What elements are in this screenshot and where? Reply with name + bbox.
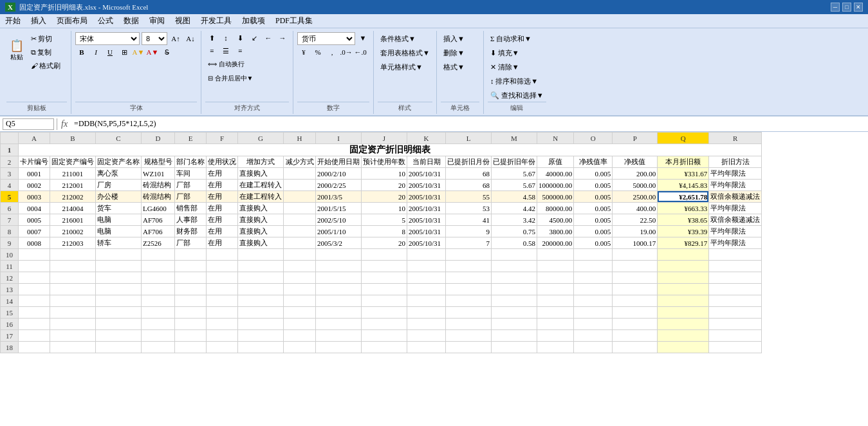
cell-O7[interactable]: 0.005 xyxy=(574,214,613,226)
menu-insert[interactable]: 插入 xyxy=(26,14,51,28)
col-header-B[interactable]: B xyxy=(50,133,96,144)
col-header-D[interactable]: D xyxy=(142,133,175,144)
cell-F8[interactable]: 在用 xyxy=(207,226,238,237)
cell-B4[interactable]: 212001 xyxy=(50,180,96,191)
cell-K8[interactable]: 2005/10/31 xyxy=(407,226,446,237)
cell-R6[interactable]: 平均年限法 xyxy=(709,203,762,214)
italic-button[interactable]: I xyxy=(89,46,102,58)
cell-L9[interactable]: 7 xyxy=(446,237,492,249)
cell-N5[interactable]: 500000.00 xyxy=(537,191,574,203)
font-color-button[interactable]: A▼ xyxy=(146,46,159,58)
cell-B3[interactable]: 211001 xyxy=(50,168,96,180)
formula-input[interactable] xyxy=(71,118,865,130)
indent-decrease-button[interactable]: ← xyxy=(262,32,275,44)
delete-cells-button[interactable]: 删除▼ xyxy=(441,46,479,59)
row-header-17[interactable]: 17 xyxy=(1,330,19,342)
row-header-2[interactable]: 2 xyxy=(1,156,19,168)
header-O[interactable]: 净残值率 xyxy=(574,156,613,168)
cell-O8[interactable]: 0.005 xyxy=(574,226,613,237)
number-format-expand[interactable]: ▼ xyxy=(356,32,369,44)
row-header-12[interactable]: 12 xyxy=(1,272,19,284)
wrap-text-button[interactable]: ⟺ 自动换行 xyxy=(205,58,247,71)
cell-M4[interactable]: 5.67 xyxy=(492,180,537,191)
cell-P6[interactable]: 400.00 xyxy=(613,203,658,214)
cut-button[interactable]: ✂ 剪切 xyxy=(28,32,67,45)
cell-G4[interactable]: 在建工程转入 xyxy=(238,180,284,191)
cell-K7[interactable]: 2005/10/31 xyxy=(407,214,446,226)
col-header-E[interactable]: E xyxy=(175,133,207,144)
header-D[interactable]: 规格型号 xyxy=(142,156,175,168)
cell-I8[interactable]: 2005/1/10 xyxy=(316,226,362,237)
row-header-13[interactable]: 13 xyxy=(1,284,19,295)
cell-H6[interactable] xyxy=(284,203,316,214)
cell-G6[interactable]: 直接购入 xyxy=(238,203,284,214)
accounting-button[interactable]: ¥ xyxy=(297,46,310,58)
increase-decimal-button[interactable]: .0→ xyxy=(340,46,353,58)
col-header-A[interactable]: A xyxy=(19,133,50,144)
cell-E7[interactable]: 人事部 xyxy=(175,214,207,226)
cell-M9[interactable]: 0.58 xyxy=(492,237,537,249)
menu-addins[interactable]: 加载项 xyxy=(237,14,270,28)
col-header-J[interactable]: J xyxy=(362,133,407,144)
header-P[interactable]: 净残值 xyxy=(613,156,658,168)
header-I[interactable]: 开始使用日期 xyxy=(316,156,362,168)
col-header-I[interactable]: I xyxy=(316,133,362,144)
cell-D7[interactable]: AF706 xyxy=(142,214,175,226)
cell-C5[interactable]: 办公楼 xyxy=(96,191,142,203)
cell-K5[interactable]: 2005/10/31 xyxy=(407,191,446,203)
cell-E5[interactable]: 厂部 xyxy=(175,191,207,203)
align-center-button[interactable]: ☰ xyxy=(219,45,232,57)
cell-L5[interactable]: 55 xyxy=(446,191,492,203)
close-button[interactable]: ✕ xyxy=(854,3,863,12)
header-G[interactable]: 增加方式 xyxy=(238,156,284,168)
row-header-6[interactable]: 6 xyxy=(1,203,19,214)
header-R[interactable]: 折旧方法 xyxy=(709,156,762,168)
cell-A7[interactable]: 0005 xyxy=(19,214,50,226)
cell-Q4[interactable]: ¥4,145.83 xyxy=(658,180,709,191)
menu-home[interactable]: 开始 xyxy=(0,14,26,28)
cell-B7[interactable]: 216001 xyxy=(50,214,96,226)
cell-H4[interactable] xyxy=(284,180,316,191)
decrease-decimal-button[interactable]: ←.0 xyxy=(354,46,367,58)
cell-I9[interactable]: 2005/3/2 xyxy=(316,237,362,249)
fill-button[interactable]: ⬇ 填充▼ xyxy=(488,46,526,59)
cell-Q7[interactable]: ¥38.65 xyxy=(658,214,709,226)
cell-A5[interactable]: 0003 xyxy=(19,191,50,203)
title-cell[interactable]: 固定资产折旧明细表 xyxy=(19,144,762,156)
cell-F5[interactable]: 在用 xyxy=(207,191,238,203)
menu-data[interactable]: 数据 xyxy=(118,14,144,28)
cell-reference-box[interactable] xyxy=(3,118,54,130)
indent-increase-button[interactable]: → xyxy=(276,32,289,44)
row-header-8[interactable]: 8 xyxy=(1,226,19,237)
cell-E4[interactable]: 厂部 xyxy=(175,180,207,191)
align-top-button[interactable]: ⬆ xyxy=(205,32,218,44)
underline-button[interactable]: U xyxy=(104,46,116,58)
cell-N7[interactable]: 4500.00 xyxy=(537,214,574,226)
header-K[interactable]: 当前日期 xyxy=(407,156,446,168)
sort-filter-button[interactable]: ↕ 排序和筛选▼ xyxy=(488,75,540,88)
cell-H9[interactable] xyxy=(284,237,316,249)
cell-K9[interactable]: 2005/10/31 xyxy=(407,237,446,249)
row-header-9[interactable]: 9 xyxy=(1,237,19,249)
row-header-11[interactable]: 11 xyxy=(1,261,19,272)
cell-P3[interactable]: 200.00 xyxy=(613,168,658,180)
autosum-button[interactable]: Σ 自动求和▼ xyxy=(488,32,534,45)
table-format-button[interactable]: 套用表格格式▼ xyxy=(378,46,432,59)
menu-developer[interactable]: 开发工具 xyxy=(196,14,237,28)
cell-N8[interactable]: 3800.00 xyxy=(537,226,574,237)
cell-C8[interactable]: 电脑 xyxy=(96,226,142,237)
header-F[interactable]: 使用状况 xyxy=(207,156,238,168)
insert-cells-button[interactable]: 插入▼ xyxy=(441,32,479,45)
col-header-P[interactable]: P xyxy=(613,133,658,144)
col-header-G[interactable]: G xyxy=(238,133,284,144)
header-L[interactable]: 已提折旧月份 xyxy=(446,156,492,168)
align-middle-button[interactable]: ↕ xyxy=(219,32,232,44)
row-header-16[interactable]: 16 xyxy=(1,319,19,330)
cell-L6[interactable]: 53 xyxy=(446,203,492,214)
sheet-grid[interactable]: A B C D E F G H I J K L M N O P Q xyxy=(0,132,868,426)
merge-center-button[interactable]: ⊟ 合并后居中▼ xyxy=(205,72,255,85)
cell-E9[interactable]: 厂部 xyxy=(175,237,207,249)
menu-formula[interactable]: 公式 xyxy=(93,14,118,28)
col-header-L[interactable]: L xyxy=(446,133,492,144)
header-Q[interactable]: 本月折旧额 xyxy=(658,156,709,168)
